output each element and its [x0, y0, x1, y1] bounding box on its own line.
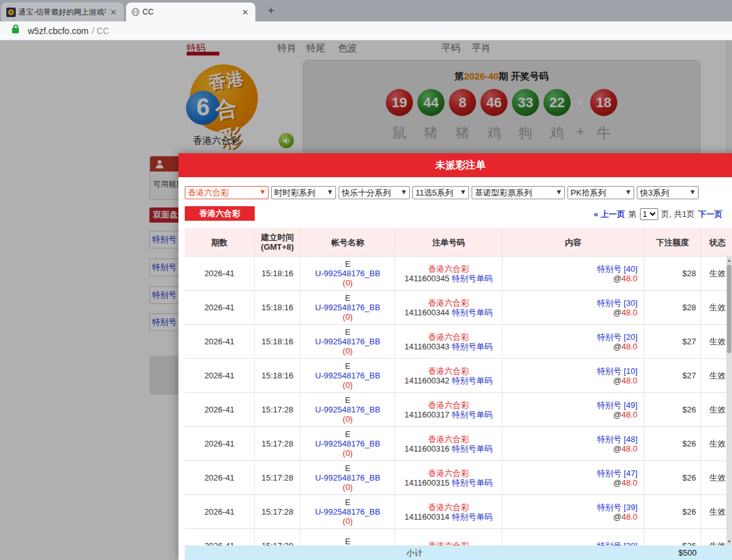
lottery-series-select[interactable]: 快3系列 — [637, 186, 699, 199]
address-bar[interactable]: w5zf.cbcfo.com / CC — [0, 21, 732, 40]
table-row: 2026-41 15:17:28 E U-992548176_BB (0) 香港… — [185, 461, 732, 495]
content-link[interactable]: 特别号 [49] — [503, 400, 637, 410]
table-scrollbar[interactable]: ▲ ▼ — [726, 257, 732, 545]
bet-type-link[interactable]: 特别号单码 — [451, 308, 492, 317]
content-link[interactable]: 特别号 [40] — [503, 264, 637, 274]
pagination: « 上一页 第 1 页, 共1页 下一页 — [594, 208, 723, 220]
col-header-content: 内容 — [503, 228, 644, 256]
lottery-series-select-wrap: 香港六合彩 ▼ — [185, 186, 269, 199]
account-link[interactable]: U-992548176_BB — [301, 473, 395, 482]
lottery-series-select[interactable]: 香港六合彩 — [185, 186, 269, 199]
bet-number: 1411600314 — [405, 512, 450, 522]
table-row: 2026-41 15:18:16 E U-992548176_BB (0) 香港… — [185, 359, 732, 393]
scrollbar-down-arrow-icon[interactable]: ▼ — [726, 538, 732, 545]
content-link[interactable]: 特别号 [10] — [503, 366, 637, 376]
page-label-before: 第 — [629, 209, 637, 220]
cell-bet-number: 香港六合彩 — [395, 529, 503, 545]
tab-close-icon[interactable]: ✕ — [240, 8, 250, 17]
account-link[interactable]: U-992548176_BB — [301, 337, 395, 346]
odds-line: @48.0 — [503, 512, 637, 522]
page-number-select[interactable]: 1 — [640, 208, 658, 220]
scrollbar-thumb[interactable] — [727, 265, 731, 353]
bet-number-line: 1411600343 特别号单码 — [395, 342, 502, 351]
active-lottery-button[interactable]: 香港六合彩 — [185, 206, 255, 221]
content-link[interactable]: 特别号 [38] — [503, 541, 637, 545]
lottery-series-select[interactable]: 基诺型彩票系列 — [472, 186, 565, 199]
cell-content: 特别号 [47] @48.0 — [503, 461, 644, 494]
cell-account: E U-992548176_BB (0) — [301, 427, 395, 460]
subtotal-label: 小计 — [185, 547, 644, 559]
account-link[interactable]: U-992548176_BB — [301, 405, 395, 414]
bet-type-link[interactable]: 特别号单码 — [451, 342, 492, 351]
coin-favicon-icon — [6, 8, 16, 17]
new-tab-button[interactable]: + — [264, 4, 279, 19]
cell-period: 2026-41 — [185, 427, 255, 460]
cell-period: 2026-41 — [185, 257, 255, 290]
scrollbar-up-arrow-icon[interactable]: ▲ — [726, 257, 732, 264]
bet-type-link[interactable]: 特别号单码 — [451, 512, 492, 522]
bet-type-link[interactable]: 特别号单码 — [451, 376, 492, 385]
lottery-series-select[interactable]: 11选5系列 — [412, 186, 469, 199]
cell-amount: $26 — [644, 393, 701, 426]
account-link[interactable]: U-992548176_BB — [301, 303, 395, 312]
cell-account: E U-992548176_BB — [301, 529, 395, 545]
secure-lock-icon — [12, 28, 19, 33]
cell-amount: $28 — [644, 291, 701, 324]
account-link[interactable]: U-992548176_BB — [301, 439, 395, 448]
lottery-series-select-wrap: 快3系列 ▼ — [637, 186, 699, 199]
prev-page-link[interactable]: « 上一页 — [594, 209, 625, 220]
cell-amount: $26 — [644, 427, 701, 460]
cell-content: 特别号 [49] @48.0 — [503, 393, 644, 426]
account-link[interactable]: U-992548176_BB — [301, 371, 395, 380]
table-header-row: 期数 建立时间 (GMT+8) 帐号名称 注单号码 内容 下注额度 状态 — [185, 228, 732, 257]
bet-lottery-name: 香港六合彩 — [395, 400, 502, 410]
account-link[interactable]: U-992548176_BB — [301, 269, 395, 278]
content-link[interactable]: 特别号 [47] — [503, 469, 637, 478]
table-row: 2026-41 15:18:16 E U-992548176_BB (0) 香港… — [185, 325, 732, 359]
content-link[interactable]: 特别号 [20] — [503, 332, 637, 342]
cell-content: 特别号 [38] — [503, 529, 644, 545]
odds-at: @ — [613, 308, 621, 317]
account-line1: E — [301, 537, 395, 546]
next-page-link[interactable]: 下一页 — [698, 209, 723, 220]
content-link[interactable]: 特别号 [48] — [503, 435, 637, 444]
bet-type-link[interactable]: 特别号单码 — [451, 444, 492, 453]
browser-tab-active[interactable]: CC ✕ — [126, 3, 255, 21]
bet-lottery-name: 香港六合彩 — [395, 469, 502, 478]
lottery-series-select[interactable]: 时时彩系列 — [271, 186, 336, 199]
bet-number: 1411600344 — [405, 308, 450, 317]
cell-amount: $26 — [644, 529, 701, 545]
bet-number-line: 1411600345 特别号单码 — [395, 274, 502, 283]
cell-bet-number: 香港六合彩 1411600342 特别号单码 — [395, 359, 503, 392]
table-row: 2026-41 15:17:28 E U-992548176_BB (0) 香港… — [185, 495, 732, 529]
bet-number-line: 1411600344 特别号单码 — [395, 308, 502, 317]
url-path-text: / CC — [91, 26, 109, 36]
modal-title: 未派彩注单 — [436, 159, 486, 172]
content-link[interactable]: 特别号 [39] — [503, 503, 637, 512]
tab-title: CC — [142, 8, 238, 16]
cell-account: E U-992548176_BB (0) — [301, 461, 395, 494]
content-link[interactable]: 特别号 [30] — [503, 298, 637, 308]
account-count: (0) — [301, 448, 395, 458]
lottery-series-select[interactable]: PK拾系列 — [567, 186, 634, 199]
cell-time: 15:17:28 — [255, 529, 301, 545]
odds-at: @ — [613, 376, 621, 385]
bet-type-link[interactable]: 特别号单码 — [451, 274, 492, 283]
bet-number: 1411600316 — [405, 444, 450, 453]
odds-line: @48.0 — [503, 342, 637, 351]
account-link[interactable]: U-992548176_BB — [301, 507, 395, 516]
tab-close-icon[interactable]: ✕ — [108, 8, 119, 17]
bet-type-link[interactable]: 特别号单码 — [451, 410, 492, 419]
cell-bet-number: 香港六合彩 1411600315 特别号单码 — [395, 461, 503, 494]
browser-tab-inactive[interactable]: 通宝-信誉最好的网上游戏平 ✕ — [1, 3, 124, 21]
cell-content: 特别号 [30] @48.0 — [503, 291, 644, 324]
lottery-series-select[interactable]: 快乐十分系列 — [339, 186, 410, 199]
account-count: (0) — [301, 312, 395, 322]
bet-type-link[interactable]: 特别号单码 — [451, 478, 492, 487]
col-header-amount: 下注额度 — [644, 228, 701, 256]
bet-number-line: 1411600314 特别号单码 — [395, 512, 502, 522]
modal-body: 香港六合彩 ▼ 时时彩系列 ▼ 快乐十分系列 ▼ 11选5系列 ▼ 基诺型彩票系… — [178, 177, 732, 560]
odds-line: @48.0 — [503, 478, 637, 487]
account-line1: E — [301, 429, 395, 439]
odds-at: @ — [613, 512, 621, 522]
